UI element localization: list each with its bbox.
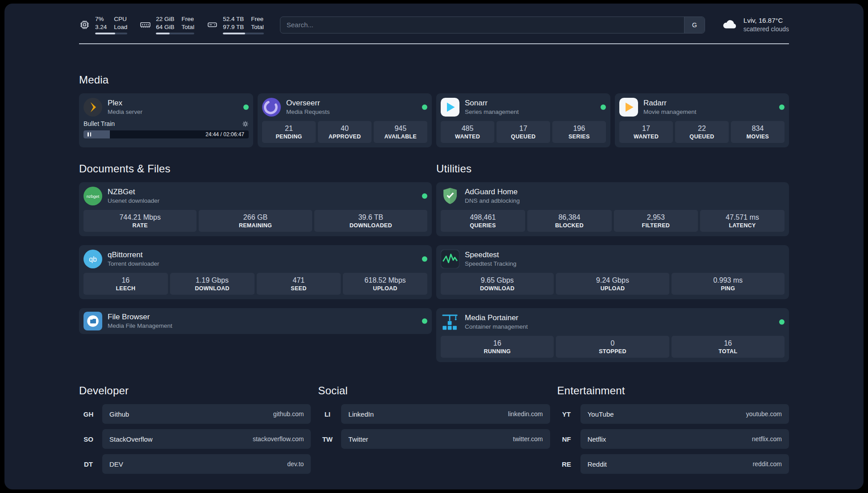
stat-label: RATE bbox=[85, 222, 195, 229]
stat-value: 2,953 bbox=[616, 213, 697, 221]
nzbget-stats: 744.21 Mbps RATE 266 GB REMAINING 39.6 T… bbox=[83, 210, 427, 232]
bookmark-abbr: RE bbox=[557, 460, 576, 468]
stat-label: DOWNLOAD bbox=[172, 285, 253, 292]
cpu-readout: 7% CPU 3.24 Load bbox=[95, 15, 127, 34]
bookmark-abbr: YT bbox=[557, 410, 576, 418]
bookmark-row: SO StackOverflow stackoverflow.com bbox=[79, 429, 311, 449]
bookmark-dev[interactable]: DEV dev.to bbox=[102, 454, 311, 474]
stat-label: QUERIES bbox=[442, 222, 523, 229]
service-subtitle: Torrent downloader bbox=[108, 260, 417, 268]
bookmark-name: Twitter bbox=[348, 435, 368, 443]
disk-icon bbox=[207, 19, 218, 30]
memory-total-label: Total bbox=[182, 23, 195, 31]
bookmark-abbr: DT bbox=[79, 460, 98, 468]
media-section-title: Media bbox=[79, 74, 789, 86]
bookmark-row: GH Github github.com bbox=[79, 404, 311, 424]
stat-value: 17 bbox=[621, 125, 671, 133]
bookmark-stackoverflow[interactable]: StackOverflow stackoverflow.com bbox=[102, 429, 311, 449]
qbittorrent-titles: qBittorrent Torrent downloader bbox=[108, 250, 417, 268]
nzbget-card[interactable]: nzbget NZBGet Usenet downloader 744.21 M… bbox=[79, 182, 432, 236]
plex-icon bbox=[83, 98, 102, 117]
stat-value: 16 bbox=[442, 339, 552, 347]
filebrowser-card[interactable]: File Browser Media File Management bbox=[79, 308, 432, 334]
utilities-section-title: Utilities bbox=[436, 163, 789, 175]
filebrowser-icon bbox=[83, 312, 102, 330]
stat-upload: 618.52 Mbps UPLOAD bbox=[343, 273, 427, 295]
stat-label: LATENCY bbox=[702, 222, 783, 229]
service-title: Radarr bbox=[643, 98, 774, 108]
sonarr-titles: Sonarr Series management bbox=[465, 98, 595, 116]
weather-condition: scattered clouds bbox=[743, 25, 789, 33]
memory-free-label: Free bbox=[182, 15, 195, 23]
documents-section: Documents & Files nzbget NZBGet Usenet d bbox=[79, 163, 432, 362]
plex-card[interactable]: Plex Media server Bullet Train bbox=[79, 93, 253, 147]
stat-value: 618.52 Mbps bbox=[345, 276, 426, 284]
developer-section: Developer GH Github github.com SO StackO… bbox=[79, 384, 311, 479]
playback-progress-bar[interactable]: 24:44 / 02:06:47 bbox=[83, 130, 249, 138]
service-title: NZBGet bbox=[108, 187, 417, 197]
bookmark-linkedin[interactable]: LinkedIn linkedin.com bbox=[341, 404, 550, 424]
bookmark-url: dev.to bbox=[287, 460, 304, 468]
search-input[interactable] bbox=[280, 17, 684, 33]
stat-remaining: 266 GB REMAINING bbox=[199, 210, 312, 232]
status-dot bbox=[779, 104, 785, 110]
bookmark-url: netflix.com bbox=[752, 435, 782, 443]
sonarr-icon bbox=[441, 98, 459, 117]
stat-leech: 16 LEECH bbox=[83, 273, 168, 295]
stat-upload: 9.24 Gbps UPLOAD bbox=[556, 273, 669, 295]
overseerr-card[interactable]: Overseerr Media Requests 21 PENDING 40 A… bbox=[258, 93, 432, 147]
adguard-card[interactable]: AdGuard Home DNS and adblocking 498,461 … bbox=[436, 182, 789, 236]
stat-label: UPLOAD bbox=[345, 285, 426, 292]
stat-label: WANTED bbox=[442, 134, 492, 140]
stat-label: AVAILABLE bbox=[376, 134, 426, 140]
stat-movies: 834 MOVIES bbox=[731, 121, 785, 143]
speedtest-header: Speedtest Speedtest Tracking bbox=[441, 250, 785, 268]
bookmark-netflix[interactable]: Netflix netflix.com bbox=[580, 429, 789, 449]
stat-label: DOWNLOADED bbox=[316, 222, 426, 229]
bookmark-url: youtube.com bbox=[746, 410, 782, 418]
settings-gear-icon[interactable] bbox=[242, 121, 249, 127]
stat-downloaded: 39.6 TB DOWNLOADED bbox=[314, 210, 427, 232]
service-title: Overseerr bbox=[286, 98, 417, 108]
qbittorrent-card[interactable]: qb qBittorrent Torrent downloader 16 LEE… bbox=[79, 245, 432, 299]
radarr-titles: Radarr Movie management bbox=[643, 98, 774, 116]
bookmark-name: Github bbox=[109, 410, 129, 418]
pause-icon[interactable] bbox=[88, 133, 91, 137]
bookmark-reddit[interactable]: Reddit reddit.com bbox=[580, 454, 789, 474]
service-subtitle: Usenet downloader bbox=[108, 197, 417, 205]
bookmark-github[interactable]: Github github.com bbox=[102, 404, 311, 424]
sonarr-card[interactable]: Sonarr Series management 485 WANTED 17 Q… bbox=[436, 93, 610, 147]
status-dot bbox=[779, 319, 785, 325]
overseerr-icon bbox=[262, 98, 281, 117]
stat-label: SEED bbox=[259, 285, 339, 292]
search-provider-button[interactable]: G bbox=[684, 17, 705, 33]
bookmark-youtube[interactable]: YouTube youtube.com bbox=[580, 404, 789, 424]
stat-latency: 47.571 ms LATENCY bbox=[700, 210, 785, 232]
svg-text:qb: qb bbox=[89, 255, 97, 263]
weather-texts: Lviv, 16.87°C scattered clouds bbox=[743, 16, 789, 33]
service-title: qBittorrent bbox=[108, 250, 417, 260]
memory-readout: 22 GiB Free 64 GiB Total bbox=[156, 15, 194, 34]
stat-value: 196 bbox=[554, 125, 604, 133]
stat-download: 1.19 Gbps DOWNLOAD bbox=[170, 273, 255, 295]
memory-free-value: 22 GiB bbox=[156, 15, 174, 23]
stat-value: 834 bbox=[733, 125, 783, 133]
radarr-card[interactable]: Radarr Movie management 17 WANTED 22 QUE… bbox=[615, 93, 789, 147]
entertainment-section-title: Entertainment bbox=[557, 384, 789, 397]
service-title: Plex bbox=[108, 98, 238, 108]
media-section: Media Plex Media server bbox=[79, 74, 789, 147]
stat-value: 16 bbox=[85, 276, 166, 284]
disk-readout: 52.4 TB Free 97.9 TB Total bbox=[223, 15, 264, 34]
stat-blocked: 86,384 BLOCKED bbox=[527, 210, 612, 232]
stat-label: BLOCKED bbox=[529, 222, 610, 229]
nzbget-icon: nzbget bbox=[83, 187, 102, 205]
stat-download: 9.65 Gbps DOWNLOAD bbox=[441, 273, 554, 295]
adguard-header: AdGuard Home DNS and adblocking bbox=[441, 187, 785, 205]
speedtest-card[interactable]: Speedtest Speedtest Tracking 9.65 Gbps D… bbox=[436, 245, 789, 299]
stat-value: 22 bbox=[677, 125, 727, 133]
stat-approved: 40 APPROVED bbox=[318, 121, 371, 143]
stat-label: REMAINING bbox=[200, 222, 310, 229]
portainer-card[interactable]: Media Portainer Container management 16 … bbox=[436, 308, 789, 362]
stat-value: 945 bbox=[376, 125, 426, 133]
bookmark-twitter[interactable]: Twitter twitter.com bbox=[341, 429, 550, 449]
